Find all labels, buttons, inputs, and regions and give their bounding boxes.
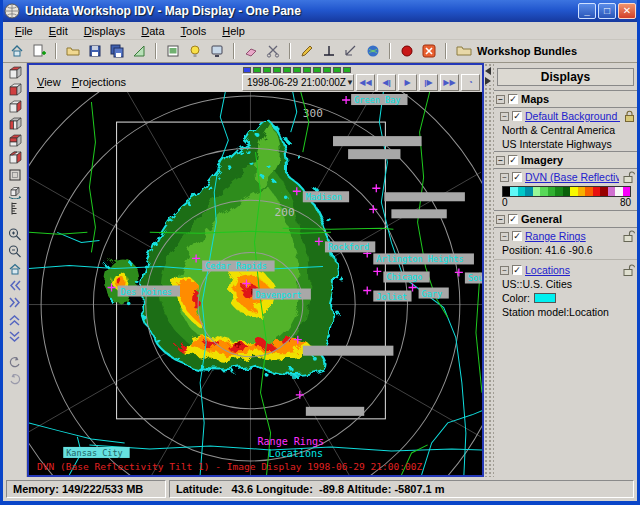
- pan-down-button[interactable]: [5, 328, 24, 345]
- maximize-button[interactable]: □: [598, 3, 616, 19]
- locations-link[interactable]: Locations: [525, 264, 619, 276]
- cut-button[interactable]: [263, 42, 283, 61]
- screen-capture-button[interactable]: [207, 42, 227, 61]
- fast-forward-button[interactable]: ▶▶: [440, 74, 459, 91]
- view-east-button[interactable]: [5, 98, 24, 115]
- drawing-control-button[interactable]: [129, 42, 149, 61]
- range-rings-link[interactable]: Range Rings: [525, 230, 619, 242]
- rewind-button[interactable]: ◀◀: [356, 74, 375, 91]
- rotate-view-button[interactable]: [5, 183, 24, 200]
- item-visibility-checkbox[interactable]: ✓: [512, 231, 522, 241]
- menu-data[interactable]: Data: [133, 24, 172, 38]
- save-button[interactable]: [85, 42, 105, 61]
- measure-button[interactable]: [341, 42, 361, 61]
- exit-button[interactable]: [419, 42, 439, 61]
- time-select[interactable]: 1998-06-29 21:00:00Z ▼: [242, 74, 354, 91]
- pan-up-button[interactable]: [5, 311, 24, 328]
- default-background-maps-item: − ✓ Default Background Ma...: [494, 108, 637, 123]
- collapse-item-button[interactable]: −: [500, 232, 509, 241]
- legend-image-display: DVN (Base Reflectivity Tilt 1) - Image D…: [37, 461, 423, 472]
- general-visibility-checkbox[interactable]: ✓: [508, 214, 518, 224]
- cut-icon: [265, 43, 281, 59]
- tip-button[interactable]: [185, 42, 205, 61]
- view-bottom-button[interactable]: [5, 149, 24, 166]
- collapse-maps-button[interactable]: −: [496, 95, 505, 104]
- home-view-button[interactable]: [5, 260, 24, 277]
- item-visibility-checkbox[interactable]: ✓: [512, 265, 522, 275]
- menu-edit[interactable]: Edit: [41, 24, 76, 38]
- color-swatch[interactable]: [534, 293, 556, 303]
- svg-text:Gary: Gary: [422, 289, 443, 299]
- splitter-collapse-right-icon[interactable]: [485, 77, 491, 85]
- menu-tools[interactable]: Tools: [173, 24, 215, 38]
- zoom-out-button[interactable]: [5, 243, 24, 260]
- imagery-section-title: Imagery: [521, 154, 563, 166]
- home-button[interactable]: [7, 42, 27, 61]
- collapse-general-button[interactable]: −: [496, 215, 505, 224]
- item-visibility-checkbox[interactable]: ✓: [512, 172, 522, 182]
- time-value: 1998-06-29 21:00:00Z: [247, 77, 346, 88]
- perspective-view-button[interactable]: [5, 166, 24, 183]
- rotate-right-button[interactable]: [5, 371, 24, 388]
- title-bar[interactable]: Unidata Workshop IDV - Map Display - One…: [0, 0, 640, 22]
- step-forward-button[interactable]: |▶: [419, 74, 438, 91]
- section-imagery: − ✓ Imagery: [494, 151, 637, 169]
- map-canvas[interactable]: 300 200: [29, 92, 482, 475]
- unlock-icon[interactable]: [623, 230, 635, 242]
- play-button[interactable]: ▶: [398, 74, 417, 91]
- unlock-icon[interactable]: [623, 171, 635, 183]
- zoom-in-button[interactable]: [5, 226, 24, 243]
- main-area: View Projections 1998-06-29 21:00:00Z ▼ …: [3, 63, 637, 477]
- view-north-button[interactable]: [5, 64, 24, 81]
- splitter-collapse-left-icon[interactable]: [485, 67, 491, 75]
- svg-text:Arlington Heights: Arlington Heights: [376, 254, 463, 264]
- menu-displays[interactable]: Displays: [76, 24, 134, 38]
- dvn-reflectivity-link[interactable]: DVN (Base Reflectivity ...: [525, 171, 619, 183]
- menu-help[interactable]: Help: [214, 24, 253, 38]
- menu-projections[interactable]: Projections: [70, 76, 135, 88]
- unlock-icon[interactable]: [623, 264, 635, 276]
- axes-button[interactable]: [319, 42, 339, 61]
- view-top-button[interactable]: [5, 132, 24, 149]
- default-background-maps-link[interactable]: Default Background Ma...: [525, 110, 620, 122]
- eraser-button[interactable]: [241, 42, 261, 61]
- globe-icon: [365, 43, 381, 59]
- reflectivity-colorbar[interactable]: [502, 186, 631, 197]
- record-button[interactable]: [397, 42, 417, 61]
- displays-panel-title: Displays: [497, 68, 634, 86]
- menu-file[interactable]: File: [7, 24, 41, 38]
- animation-steps[interactable]: [243, 67, 351, 73]
- menu-view[interactable]: View: [35, 76, 70, 88]
- minimize-button[interactable]: _: [578, 3, 596, 19]
- lock-icon[interactable]: [624, 110, 635, 122]
- image-capture-button[interactable]: [163, 42, 183, 61]
- toolbar-separator: [389, 43, 391, 59]
- globe-button[interactable]: [363, 42, 383, 61]
- collapse-item-button[interactable]: −: [500, 112, 509, 121]
- close-button[interactable]: ✕: [618, 3, 636, 19]
- new-bundle-button[interactable]: [29, 42, 49, 61]
- step-back-button[interactable]: ◀|: [377, 74, 396, 91]
- animation-properties-button[interactable]: ◔: [461, 74, 480, 91]
- view-south-button[interactable]: [5, 81, 24, 98]
- view-west-button[interactable]: [5, 115, 24, 132]
- workshop-bundles-menu[interactable]: Workshop Bundles: [456, 44, 577, 58]
- collapse-item-button[interactable]: −: [500, 173, 509, 182]
- edit-button[interactable]: [297, 42, 317, 61]
- collapse-imagery-button[interactable]: −: [496, 156, 505, 165]
- save-as-button[interactable]: [107, 42, 127, 61]
- pan-right-button[interactable]: [5, 294, 24, 311]
- item-visibility-checkbox[interactable]: ✓: [512, 111, 522, 121]
- pane-splitter[interactable]: [484, 63, 494, 477]
- rotate-left-button[interactable]: [5, 354, 24, 371]
- view-east-icon: [7, 99, 23, 114]
- collapse-item-button[interactable]: −: [500, 266, 509, 275]
- open-file-button[interactable]: [63, 42, 83, 61]
- pan-right-icon: [7, 295, 23, 310]
- maps-visibility-checkbox[interactable]: ✓: [508, 94, 518, 104]
- rotate-left-icon: [7, 355, 23, 370]
- imagery-visibility-checkbox[interactable]: ✓: [508, 155, 518, 165]
- ruler-button[interactable]: [5, 200, 24, 217]
- pan-left-button[interactable]: [5, 277, 24, 294]
- legend-locations: Locations: [269, 448, 323, 459]
